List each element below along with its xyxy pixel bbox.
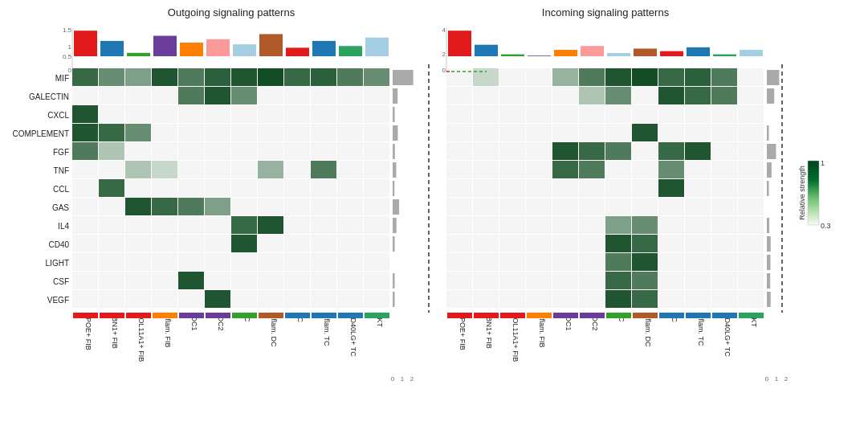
chart-container	[0, 0, 868, 438]
